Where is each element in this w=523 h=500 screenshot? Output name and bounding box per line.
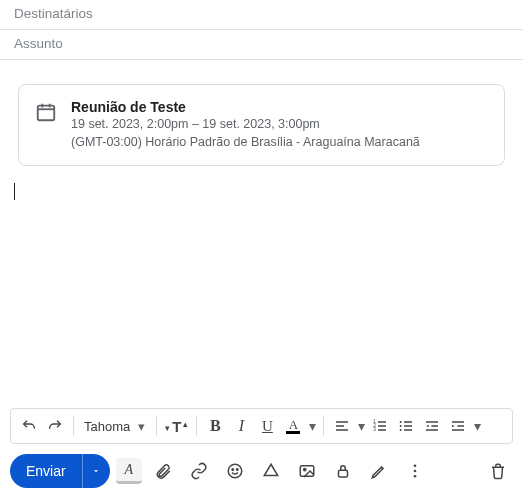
svg-point-4 <box>400 421 402 423</box>
indent-more-button[interactable] <box>446 413 470 439</box>
svg-text:3: 3 <box>374 427 377 432</box>
svg-point-14 <box>413 470 416 473</box>
svg-point-8 <box>232 469 234 471</box>
event-time: 19 set. 2023, 2:00pm – 19 set. 2023, 3:0… <box>71 115 420 133</box>
calendar-event-card[interactable]: Reunião de Teste 19 set. 2023, 2:00pm – … <box>18 84 505 166</box>
attach-file-button[interactable] <box>148 456 178 486</box>
event-details: Reunião de Teste 19 set. 2023, 2:00pm – … <box>71 99 420 151</box>
discard-draft-button[interactable] <box>483 456 513 486</box>
separator <box>73 416 74 436</box>
chevron-down-icon[interactable]: ▾ <box>307 418 317 434</box>
send-options-button[interactable] <box>82 454 110 488</box>
calendar-icon <box>35 101 57 151</box>
send-button[interactable]: Enviar <box>10 454 82 488</box>
subject-field[interactable]: Assunto <box>0 30 523 60</box>
svg-point-7 <box>228 464 242 478</box>
recipients-field[interactable]: Destinatários <box>0 0 523 30</box>
more-options-button[interactable] <box>400 456 430 486</box>
event-title: Reunião de Teste <box>71 99 420 115</box>
chevron-down-icon[interactable]: ▾ <box>356 418 366 434</box>
insert-drive-button[interactable] <box>256 456 286 486</box>
font-family-select[interactable]: Tahoma ▾ <box>80 413 150 439</box>
insert-emoji-button[interactable] <box>220 456 250 486</box>
svg-point-11 <box>303 468 305 470</box>
indent-less-button[interactable] <box>420 413 444 439</box>
chevron-down-icon: ▾ <box>136 419 146 434</box>
numbered-list-button[interactable]: 123 <box>368 413 392 439</box>
text-style-button[interactable]: A <box>116 458 142 484</box>
separator <box>196 416 197 436</box>
insert-signature-button[interactable] <box>364 456 394 486</box>
separator <box>323 416 324 436</box>
svg-point-13 <box>413 464 416 467</box>
separator <box>156 416 157 436</box>
send-button-group: Enviar <box>10 454 110 488</box>
formatting-toolbar: Tahoma ▾ ▾ T ▴ B I U A ▾ ▾ 123 <box>10 408 513 444</box>
svg-rect-0 <box>38 106 55 121</box>
font-name-label: Tahoma <box>84 419 130 434</box>
svg-point-9 <box>236 469 238 471</box>
svg-point-15 <box>413 475 416 478</box>
svg-point-5 <box>400 425 402 427</box>
bold-button[interactable]: B <box>203 413 227 439</box>
event-timezone: (GMT-03:00) Horário Padrão de Brasília -… <box>71 133 420 151</box>
bottom-toolbars: Tahoma ▾ ▾ T ▴ B I U A ▾ ▾ 123 <box>0 402 523 500</box>
italic-button[interactable]: I <box>229 413 253 439</box>
font-size-button[interactable]: ▾ T ▴ <box>163 413 190 439</box>
chevron-down-icon[interactable]: ▾ <box>472 418 482 434</box>
bullet-list-button[interactable] <box>394 413 418 439</box>
underline-button[interactable]: U <box>255 413 279 439</box>
insert-link-button[interactable] <box>184 456 214 486</box>
message-body[interactable] <box>0 178 523 204</box>
redo-button[interactable] <box>43 413 67 439</box>
insert-photo-button[interactable] <box>292 456 322 486</box>
undo-button[interactable] <box>17 413 41 439</box>
send-row: Enviar A <box>10 454 513 488</box>
text-cursor <box>14 183 15 200</box>
svg-rect-12 <box>338 470 347 477</box>
align-button[interactable] <box>330 413 354 439</box>
text-color-button[interactable]: A <box>281 413 305 439</box>
confidential-mode-button[interactable] <box>328 456 358 486</box>
svg-point-6 <box>400 429 402 431</box>
